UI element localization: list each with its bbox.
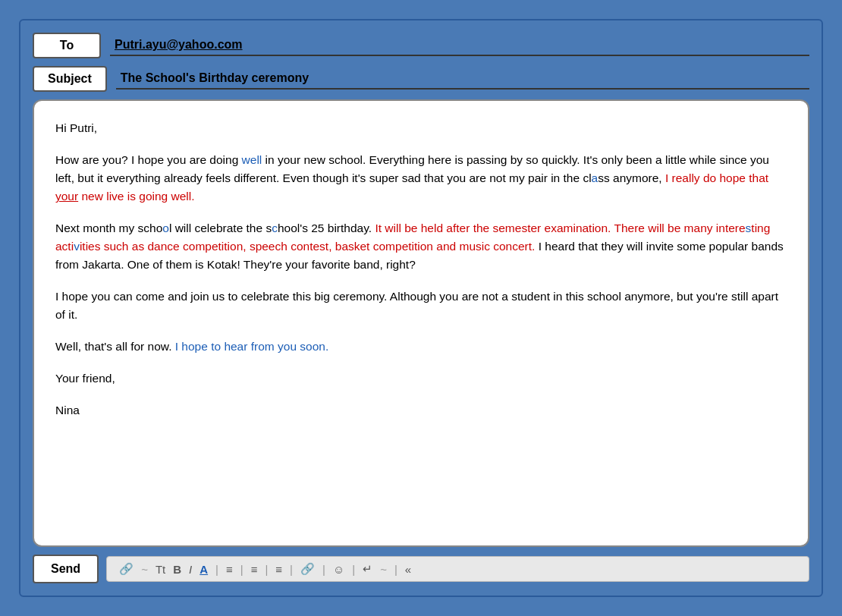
- closing-line: Your friend,: [55, 369, 787, 388]
- more-icon[interactable]: «: [404, 563, 413, 576]
- to-label: To: [33, 33, 101, 58]
- p1-red: I really do hope that: [665, 171, 768, 184]
- signature-line: Nina: [55, 401, 787, 420]
- sep8: ~: [379, 563, 388, 576]
- sep5: |: [288, 563, 294, 576]
- sep7: |: [350, 563, 357, 576]
- paragraph-4: Well, that's all for now. I hope to hear…: [55, 338, 787, 356]
- text-size-icon[interactable]: Tt: [154, 563, 167, 576]
- font-color-icon[interactable]: A: [198, 563, 209, 576]
- subject-field[interactable]: The School's Birthday ceremony: [116, 68, 809, 90]
- paragraph-1: How are you? I hope you are doing well i…: [55, 151, 787, 206]
- p3-text: I hope you can come and join us to celeb…: [55, 290, 778, 321]
- paragraph-3: I hope you can come and join us to celeb…: [55, 288, 787, 324]
- p2-red1: It will be held after the semester exami…: [375, 222, 745, 234]
- subject-label: Subject: [33, 66, 107, 92]
- p2-text3: hool's 25 birthday.: [278, 222, 375, 234]
- sep3: |: [239, 563, 245, 576]
- indent-icon[interactable]: ≡: [250, 563, 259, 576]
- p2-text1: Next month my scho: [55, 222, 162, 234]
- send-button[interactable]: Send: [33, 555, 99, 583]
- p2-red3: ities such as dance competition, speech …: [80, 240, 539, 253]
- bold-icon[interactable]: B: [171, 563, 183, 576]
- greeting-line: Hi Putri,: [55, 119, 787, 137]
- email-composer: To Putri.ayu@yahoo.com Subject The Schoo…: [19, 19, 823, 597]
- italic-icon[interactable]: I: [187, 563, 193, 576]
- p1-red2: new live is going well.: [78, 190, 194, 203]
- paragraph-2: Next month my school will celebrate the …: [55, 219, 787, 274]
- p2-blue4: v: [74, 240, 80, 253]
- attachment-icon[interactable]: 🔗: [118, 562, 135, 576]
- sep1: ~: [140, 563, 149, 576]
- p1-blue1: well: [242, 153, 262, 166]
- link-icon[interactable]: 🔗: [299, 562, 316, 576]
- emoji-icon[interactable]: ☺: [331, 563, 346, 576]
- sep9: |: [393, 563, 399, 576]
- to-field[interactable]: Putri.ayu@yahoo.com: [110, 35, 809, 56]
- p4-text1: Well, that's all for now.: [55, 340, 175, 353]
- p2-blue1: o: [162, 222, 169, 234]
- p1-text1: How are you? I hope you are doing: [55, 153, 242, 166]
- sep2: |: [214, 563, 220, 576]
- p1-red-underline: your: [55, 190, 78, 203]
- p2-blue2: c: [272, 222, 278, 234]
- align-icon[interactable]: ≡: [274, 563, 284, 576]
- to-row: To Putri.ayu@yahoo.com: [33, 33, 809, 58]
- subject-row: Subject The School's Birthday ceremony: [33, 66, 809, 92]
- sep6: |: [321, 563, 327, 576]
- p2-text2: l will celebrate the s: [169, 222, 272, 234]
- p1-blue2: a: [592, 171, 599, 184]
- email-body[interactable]: Hi Putri, How are you? I hope you are do…: [33, 99, 809, 547]
- p4-blue: I hope to hear from you soon.: [175, 340, 328, 353]
- list-icon[interactable]: ≡: [225, 563, 234, 576]
- toolbar-row: Send 🔗 ~ Tt B I A | ≡ | ≡ | ≡ | 🔗 | ☺ | …: [33, 555, 809, 583]
- toolbar-bar: 🔗 ~ Tt B I A | ≡ | ≡ | ≡ | 🔗 | ☺ | ↵ ~ |…: [106, 556, 809, 582]
- reply-icon[interactable]: ↵: [361, 562, 374, 576]
- p1-text3: ss anymore,: [598, 171, 665, 184]
- sep4: |: [263, 563, 269, 576]
